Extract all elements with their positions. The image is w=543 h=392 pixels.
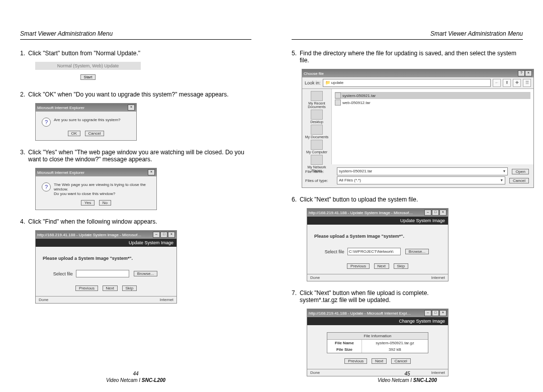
alert-title: Microsoft Internet Explorer xyxy=(37,170,148,175)
page-left: Smart Viewer Administration Menu 1. Clic… xyxy=(0,0,272,392)
file-input[interactable] xyxy=(76,270,129,277)
close-icon[interactable]: × xyxy=(439,210,446,216)
file-entry[interactable]: system-050921.tar xyxy=(335,92,530,99)
minimize-icon[interactable]: – xyxy=(424,310,431,316)
next-button[interactable]: Next xyxy=(372,358,387,364)
close-icon[interactable]: × xyxy=(128,105,135,111)
close-icon[interactable]: × xyxy=(168,232,175,238)
cancel-button[interactable]: Cancel xyxy=(391,358,411,364)
update-window-2: http://168.219.41.188 - Update System Im… xyxy=(307,208,448,281)
close-icon[interactable]: × xyxy=(525,70,532,76)
page-title: Smart Viewer Administration Menu xyxy=(20,30,251,40)
cancel-button[interactable]: Cancel xyxy=(509,178,529,183)
maximize-icon[interactable]: □ xyxy=(432,210,439,216)
newfolder-icon[interactable]: ✚ xyxy=(513,79,521,87)
previous-button[interactable]: Previous xyxy=(347,263,370,269)
normal-update-shot: Normal (System, Web) Update Start xyxy=(35,62,141,83)
file-chooser: Choose file ? × Look in: 📁 update ← ⬆ ✚ … xyxy=(302,69,534,188)
previous-button[interactable]: Previous xyxy=(75,285,98,291)
views-icon[interactable]: ☰ xyxy=(523,79,531,87)
window-title: http://168.219.41.188 - Update System Im… xyxy=(309,211,424,215)
start-button[interactable]: Start xyxy=(80,74,96,80)
step-4: 4. Click "Find" when the following windo… xyxy=(20,218,251,225)
window-title: http://168.219.41.188 - Update System Im… xyxy=(37,233,153,237)
file-list[interactable]: system-050921.tar web-050912.tar xyxy=(332,89,533,164)
minimize-icon[interactable]: – xyxy=(153,232,160,238)
alert-title: Microsoft Internet Explorer xyxy=(37,106,128,110)
help-icon[interactable]: ? xyxy=(518,70,525,76)
open-button[interactable]: Open xyxy=(512,169,529,174)
lookin-dropdown[interactable]: 📁 update xyxy=(323,79,491,87)
sidebar-mydocs[interactable]: My Documents xyxy=(305,125,329,139)
status-done: Done xyxy=(39,298,48,302)
minimize-icon[interactable]: – xyxy=(424,210,431,216)
browse-button[interactable]: Browse... xyxy=(405,249,429,254)
maximize-icon[interactable]: □ xyxy=(432,310,439,316)
file-info-table: File Information File Namesystem-050921.… xyxy=(327,332,428,353)
filetype-dropdown[interactable]: All Files (*.*)▼ xyxy=(337,176,505,184)
skip-button[interactable]: Skip xyxy=(394,263,409,269)
sidebar-recent[interactable]: My Recent Documents xyxy=(302,91,331,109)
question-icon: ? xyxy=(42,118,51,127)
update-window-1: http://168.219.41.188 - Update System Im… xyxy=(35,230,177,304)
sidebar-desktop[interactable]: Desktop xyxy=(310,110,323,124)
change-window: http://168.219.41.188 - Update - Microso… xyxy=(307,309,448,376)
step-5: 5. Find the directory where the file for… xyxy=(292,50,523,64)
page-title: Smart Viewer Administration Menu xyxy=(292,30,523,40)
question-icon: ? xyxy=(42,182,51,191)
status-zone: Internet xyxy=(160,298,173,302)
back-icon[interactable]: ← xyxy=(493,79,501,87)
footer-left: 44 Video Netcam I SNC-L200 xyxy=(0,371,272,383)
skip-button[interactable]: Skip xyxy=(122,285,137,291)
page-right: Smart Viewer Administration Menu 5. Find… xyxy=(272,0,543,392)
no-button[interactable]: No xyxy=(99,200,111,206)
step-7: 7. Click "Next" button when file upload … xyxy=(292,289,523,304)
cancel-button[interactable]: Cancel xyxy=(85,131,105,136)
alert-upgrade: Microsoft Internet Explorer × ? Are you … xyxy=(35,103,137,141)
browse-button[interactable]: Browse... xyxy=(134,271,157,276)
window-title: Choose file xyxy=(304,71,518,76)
status-zone: Internet xyxy=(431,275,445,280)
status-done: Done xyxy=(310,275,320,280)
filename-input[interactable]: system-050921.tar▼ xyxy=(337,167,508,175)
step-3: 3. Click "Yes" when "The web page window… xyxy=(20,149,251,163)
step-1: 1. Click "Start" button from "Normal Upd… xyxy=(20,50,251,57)
next-button[interactable]: Next xyxy=(374,263,389,269)
close-icon[interactable]: × xyxy=(148,169,155,175)
maximize-icon[interactable]: □ xyxy=(160,232,167,238)
up-icon[interactable]: ⬆ xyxy=(503,79,511,87)
previous-button[interactable]: Previous xyxy=(344,358,367,364)
step-6: 6. Click "Next" button to upload the sys… xyxy=(292,196,523,203)
places-sidebar: My Recent Documents Desktop My Documents… xyxy=(302,89,332,164)
yes-button[interactable]: Yes xyxy=(81,200,95,206)
close-icon[interactable]: × xyxy=(439,310,446,316)
step-2: 2. Click "OK" when "Do you want to upgra… xyxy=(20,91,251,98)
window-title: http://168.219.41.188 - Update - Microso… xyxy=(309,311,424,316)
next-button[interactable]: Next xyxy=(103,285,118,291)
ok-button[interactable]: OK xyxy=(68,131,81,136)
file-entry[interactable]: web-050912.tar xyxy=(335,99,530,106)
file-input[interactable]: C:\WPROJECT\Network\ xyxy=(347,248,401,255)
sidebar-mycomputer[interactable]: My Computer xyxy=(306,140,327,154)
alert-close-window: Microsoft Internet Explorer × ? The Web … xyxy=(35,168,157,210)
footer-right: 45 Video Netcam I SNC-L200 xyxy=(272,371,543,383)
